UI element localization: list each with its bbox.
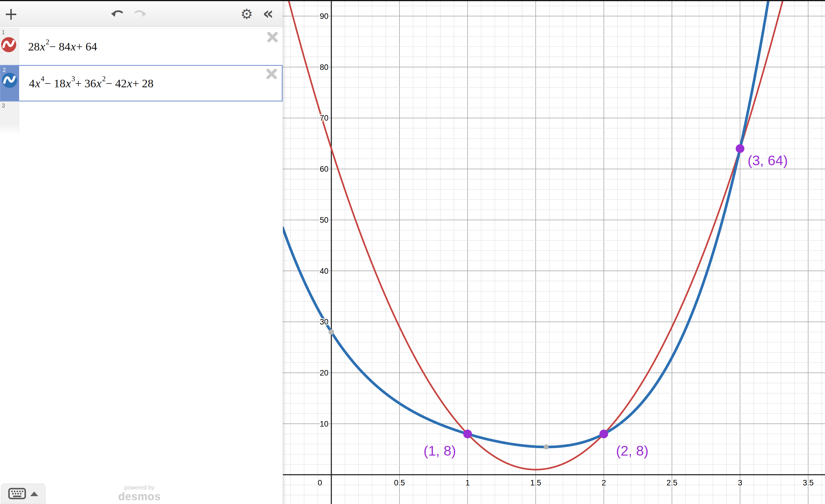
close-icon (265, 77, 278, 81)
svg-text:0: 0 (318, 479, 322, 487)
keyboard-toggle-button[interactable] (1, 484, 45, 504)
svg-text:3: 3 (738, 479, 742, 487)
svg-text:2.5: 2.5 (666, 479, 677, 487)
expression-gutter-2[interactable]: 2 (1, 66, 19, 100)
expression-math-2[interactable]: 4x4 − 18x3 + 36x2 − 42x + 28 (29, 66, 258, 100)
svg-text:20: 20 (320, 369, 328, 377)
redo-icon (133, 9, 147, 19)
curve-1[interactable] (283, 0, 825, 470)
trace-point-0[interactable] (328, 329, 334, 335)
desmos-app: 1020304050607080900.511.522.533.50(1, 8)… (0, 0, 825, 504)
svg-text:1: 1 (465, 479, 470, 487)
tick-labels: 1020304050607080900.511.522.533.50 (318, 12, 814, 487)
desmos-watermark: powered by desmos (116, 484, 163, 502)
expression-panel: + ⚙ « (0, 0, 283, 504)
curves[interactable] (283, 0, 825, 470)
svg-text:0.5: 0.5 (394, 479, 405, 487)
expression-row-3-empty[interactable]: 3 (0, 101, 283, 134)
expression-gutter-1[interactable]: 1 (0, 28, 19, 65)
keyboard-icon (8, 488, 26, 500)
expression-gutter-3: 3 (0, 101, 19, 134)
undo-button[interactable] (110, 9, 124, 19)
graph-plot[interactable]: 1020304050607080900.511.522.533.50(1, 8)… (283, 0, 825, 504)
svg-text:70: 70 (320, 114, 328, 122)
watermark-powered-by: powered by (116, 484, 163, 491)
svg-text:50: 50 (320, 216, 328, 224)
expression-toolbar: + ⚙ « (0, 1, 283, 27)
point-label-(1, 8): (1, 8) (424, 443, 456, 458)
delete-expression-1-button[interactable] (266, 31, 279, 44)
svg-text:1.5: 1.5 (530, 479, 541, 487)
expression-row-2-selected[interactable]: 2 4x4 − 18x3 + 36x2 − 42x + 28 (0, 65, 283, 101)
curve-style-icon-blue[interactable] (2, 72, 17, 89)
expression-row-1[interactable]: 1 28x2 − 84x + 64 (0, 28, 283, 65)
point-label-(3, 64): (3, 64) (748, 153, 788, 168)
close-icon (266, 40, 279, 44)
expression-list: 1 28x2 − 84x + 64 (0, 28, 283, 134)
points[interactable] (328, 144, 744, 449)
intersection-point-(1, 8)[interactable] (463, 429, 472, 438)
trace-point-1[interactable] (544, 444, 549, 449)
point-labels: (1, 8)(2, 8)(3, 64) (424, 153, 788, 458)
redo-button[interactable] (133, 9, 147, 19)
expression-math-1[interactable]: 28x2 − 84x + 64 (28, 28, 259, 65)
svg-text:3.5: 3.5 (803, 479, 814, 487)
svg-text:2: 2 (601, 479, 606, 487)
svg-text:60: 60 (320, 165, 328, 173)
delete-expression-2-button[interactable] (265, 68, 278, 81)
collapse-panel-button[interactable]: « (260, 4, 277, 23)
svg-text:10: 10 (320, 420, 328, 428)
axes (283, 0, 825, 504)
window-top-border (0, 0, 825, 1)
svg-text:80: 80 (320, 63, 328, 72)
svg-text:30: 30 (320, 317, 328, 326)
point-label-(2, 8): (2, 8) (616, 443, 649, 458)
intersection-point-(2, 8)[interactable] (599, 429, 608, 438)
curve-style-icon-red[interactable] (1, 37, 16, 54)
intersection-point-(3, 64)[interactable] (736, 144, 744, 153)
add-expression-button[interactable]: + (3, 5, 19, 23)
row-number: 1 (2, 29, 5, 36)
watermark-desmos-logo: desmos (116, 491, 163, 502)
svg-text:90: 90 (320, 12, 328, 20)
grid (283, 0, 825, 504)
row-number: 3 (2, 102, 5, 109)
graph-canvas[interactable]: 1020304050607080900.511.522.533.50(1, 8)… (283, 0, 825, 504)
undo-icon (110, 9, 124, 19)
settings-gear-button[interactable]: ⚙ (239, 6, 255, 22)
caret-up-icon (30, 492, 38, 496)
svg-text:40: 40 (320, 267, 328, 276)
